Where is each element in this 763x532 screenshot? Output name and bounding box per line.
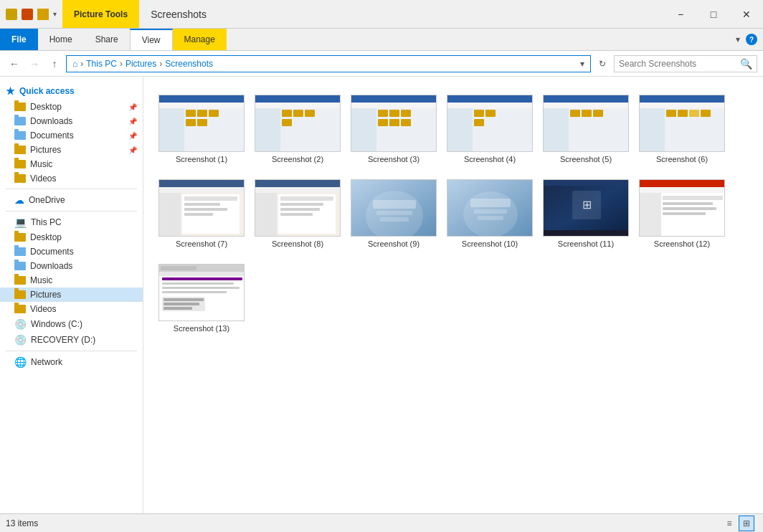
sidebar-item-desktop-quick[interactable]: Desktop 📌 [0,100,143,114]
folder-icon [14,103,26,111]
svg-rect-42 [640,95,725,103]
file-item-3[interactable]: Screenshot (3) [347,88,440,170]
sidebar-item-desktop-pc[interactable]: Desktop [0,230,143,244]
sidebar-item-pictures-pc[interactable]: Pictures [0,288,143,302]
folder-icon [14,262,26,270]
svg-rect-11 [255,103,341,108]
address-path[interactable]: ⌂ › This PC › Pictures › Screenshots ▾ [66,55,591,72]
svg-rect-28 [447,95,533,103]
svg-rect-71 [380,217,409,222]
sidebar-item-documents-pc[interactable]: Documents [0,244,143,259]
file-item-9[interactable]: Screenshot (9) [347,173,440,255]
sidebar-item-music-pc[interactable]: Music [0,273,143,288]
path-segment-pictures[interactable]: Pictures [125,59,156,69]
sidebar-item-downloads-pc[interactable]: Downloads [0,259,143,273]
file-item-10[interactable]: Screenshot (10) [443,173,536,255]
sidebar-item-label: Windows (C:) [31,319,82,329]
file-item-7[interactable]: Screenshot (7) [155,173,248,255]
tab-view[interactable]: View [130,29,173,50]
file-item-8[interactable]: Screenshot (8) [251,173,344,255]
quick-access-section: ★ Quick access Desktop 📌 Downloads 📌 Doc… [0,82,143,186]
close-button[interactable]: ✕ [730,0,763,29]
path-segment-thispc[interactable]: This PC [86,59,117,69]
ribbon: File Home Share View Manage ▾ ? [0,29,763,51]
quick-access-heading[interactable]: ★ Quick access [0,82,143,100]
sidebar-item-drive-d[interactable]: 💿 RECOVERY (D:) [0,332,143,348]
forward-button[interactable]: → [26,55,43,72]
title-bar: ▾ Picture Tools Screenshots − □ ✕ [0,0,763,29]
file-item-5[interactable]: Screenshot (5) [539,88,632,170]
path-segment-home[interactable]: ⌂ [72,59,77,69]
svg-rect-21 [378,110,388,117]
onedrive-section: ☁ OneDrive [0,192,143,208]
svg-rect-13 [282,110,292,117]
file-item-2[interactable]: Screenshot (2) [251,88,344,170]
sidebar-item-pictures-quick[interactable]: Pictures 📌 [0,143,143,157]
help-icon[interactable]: ? [746,34,757,45]
file-item-12[interactable]: Screenshot (12) [635,173,729,255]
file-label-12: Screenshot (12) [654,239,710,248]
file-item-11[interactable]: ⊞ Screenshot (11) [539,173,632,255]
sidebar-item-music-quick[interactable]: Music [0,157,143,171]
search-input[interactable] [619,59,737,69]
sidebar-divider-2 [6,211,137,212]
tab-share[interactable]: Share [84,29,130,50]
sidebar-item-thispc[interactable]: 💻 This PC [0,214,143,230]
svg-rect-7 [186,119,196,126]
back-button[interactable]: ← [6,55,23,72]
sidebar-item-videos-quick[interactable]: Videos [0,171,143,186]
svg-rect-98 [162,287,240,289]
refresh-button[interactable]: ↻ [594,55,611,72]
tab-manage[interactable]: Manage [173,29,227,50]
sidebar-item-onedrive[interactable]: ☁ OneDrive [0,192,143,208]
sidebar-item-label: Pictures [30,290,61,300]
pin-icon: 📌 [128,103,137,111]
path-dropdown-icon[interactable]: ▾ [580,59,584,69]
svg-rect-93 [161,266,196,270]
title-bar-left: ▾ [0,0,62,28]
search-icon[interactable]: 🔍 [740,58,752,70]
sidebar-item-downloads-quick[interactable]: Downloads 📌 [0,114,143,128]
maximize-button[interactable]: □ [697,0,730,29]
sidebar-item-documents-quick[interactable]: Documents 📌 [0,128,143,143]
svg-text:⊞: ⊞ [582,199,592,211]
sidebar-item-network[interactable]: 🌐 Network [0,354,143,370]
picture-tools-tab[interactable]: Picture Tools [62,0,139,28]
sidebar-item-label: RECOVERY (D:) [31,335,95,345]
up-button[interactable]: ↑ [46,55,63,72]
file-item-1[interactable]: Screenshot (1) [155,88,248,170]
file-label-5: Screenshot (5) [560,155,612,163]
sidebar-item-label: Desktop [30,232,62,242]
svg-rect-64 [280,203,323,206]
file-thumb-2 [255,95,341,152]
sidebar-item-videos-pc[interactable]: Videos [0,302,143,316]
file-item-6[interactable]: Screenshot (6) [635,88,729,170]
svg-rect-3 [159,108,184,152]
folder-icon-title [37,9,49,20]
svg-rect-57 [184,213,213,216]
folder-icon [14,305,26,313]
svg-rect-70 [376,211,412,215]
file-grid: Screenshot (1) Screenshot [149,82,757,345]
folder-icon [14,290,26,299]
sidebar-item-label: Videos [30,174,56,184]
file-thumb-8 [255,179,341,237]
minimize-button[interactable]: − [664,0,697,29]
thumbnail-view-button[interactable]: ⊞ [739,516,754,531]
svg-rect-50 [159,180,245,187]
file-item-13[interactable]: Screenshot (13) [155,257,248,339]
svg-rect-8 [197,119,207,126]
list-view-button[interactable]: ≡ [721,516,737,531]
ribbon-collapse-icon[interactable]: ▾ [736,34,740,44]
folder-icon [14,146,26,154]
status-bar: 13 items ≡ ⊞ [0,513,763,532]
computer-icon: 💻 [14,217,27,228]
tab-file[interactable]: File [0,29,38,50]
tab-home[interactable]: Home [38,29,84,50]
sidebar-item-label: Music [30,275,52,285]
ribbon-tabs: File Home Share View Manage ▾ ? [0,29,763,50]
sidebar-item-drive-c[interactable]: 💿 Windows (C:) [0,316,143,332]
file-thumb-5 [543,95,629,152]
file-item-4[interactable]: Screenshot (4) [443,88,536,170]
path-segment-screenshots[interactable]: Screenshots [165,59,213,69]
